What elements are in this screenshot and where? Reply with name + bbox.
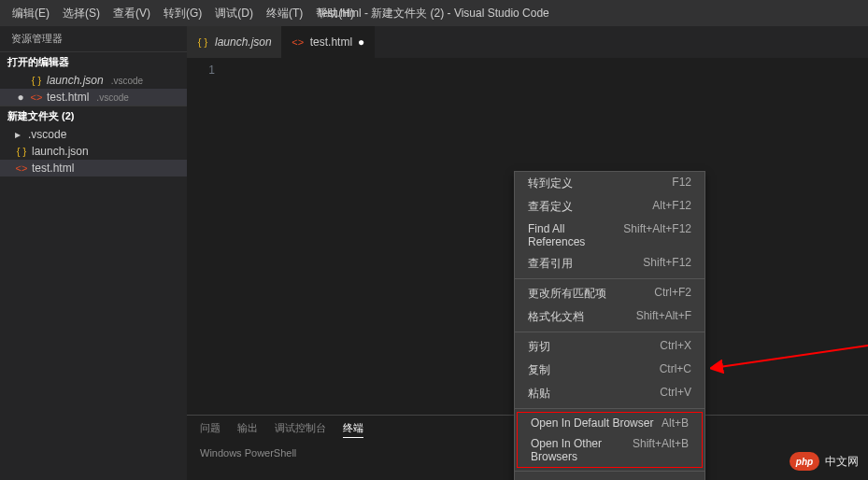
file-name: test.html [32,162,74,175]
ctx-label: 复制 [528,362,550,378]
highlight-annotation: Open In Default Browser Alt+B Open In Ot… [517,412,703,468]
open-editors-header[interactable]: 打开的编辑器 [0,51,187,72]
tab-label: test.html [310,35,352,49]
ctx-goto-definition[interactable]: 转到定义 F12 [515,172,704,195]
ctx-label: Find All References [528,222,623,248]
tree-file[interactable]: { } launch.json [0,143,187,160]
ctx-open-other-browsers[interactable]: Open In Other Browsers Shift+Alt+B [518,433,702,467]
ctx-label: Open In Other Browsers [531,437,633,463]
ctx-label: 查看定义 [528,199,573,215]
ctx-cut[interactable]: 剪切 Ctrl+X [515,335,704,359]
ctx-shortcut: Alt+B [662,416,689,430]
json-file-icon: { } [196,35,209,49]
tree-file[interactable]: <> test.html [0,160,187,176]
tab-label: launch.json [215,35,272,49]
ctx-shortcut: Alt+F12 [652,199,691,215]
file-hint: .vscode [111,76,143,86]
json-file-icon: { } [15,145,28,158]
ctx-label: 格式化文档 [528,309,584,325]
menu-items: 编辑(E) 选择(S) 查看(V) 转到(G) 调试(D) 终端(T) 帮助(H… [0,2,361,25]
ctx-command-palette[interactable]: 命令面板... Ctrl+Shift+P [515,474,704,480]
ctx-label: 剪切 [528,339,550,355]
tab-launch-json[interactable]: { } launch.json [187,26,282,58]
explorer-title: 资源管理器 [0,26,187,51]
menu-view[interactable]: 查看(V) [107,2,157,25]
dirty-icon: ● [358,35,364,49]
file-hint: .vscode [96,92,128,103]
ctx-label: 查看引用 [528,256,573,272]
menu-separator [515,471,704,472]
editor-tabs: { } launch.json <> test.html ● [187,26,868,58]
folder-name: .vscode [28,128,66,141]
file-name: test.html [47,91,89,104]
chevron-icon: ▸ [15,128,24,141]
html-file-icon: <> [30,91,43,104]
ctx-label: 转到定义 [528,176,573,191]
line-number: 1 [187,64,215,77]
ctx-shortcut: F12 [672,176,691,191]
ctx-shortcut: Ctrl+F2 [654,286,691,302]
folder-header[interactable]: 新建文件夹 (2) [0,106,187,126]
ctx-peek-definition[interactable]: 查看定义 Alt+F12 [515,195,704,219]
ctx-shortcut: Shift+Alt+B [633,437,689,463]
tab-test-html[interactable]: <> test.html ● [282,26,376,58]
ctx-shortcut: Shift+F12 [643,256,691,272]
panel-tab-problems[interactable]: 问题 [200,421,221,438]
ctx-label: 粘贴 [528,386,550,402]
menu-debug[interactable]: 调试(D) [208,2,260,25]
open-editor-item[interactable]: ● <> test.html .vscode [0,89,187,106]
tree-folder[interactable]: ▸ .vscode [0,126,187,143]
file-name: launch.json [47,74,104,87]
panel-tab-output[interactable]: 输出 [237,421,258,438]
ctx-change-all[interactable]: 更改所有匹配项 Ctrl+F2 [515,282,704,305]
file-name: launch.json [32,145,89,158]
menu-separator [515,408,704,409]
menu-separator [515,332,704,332]
ctx-paste[interactable]: 粘贴 Ctrl+V [515,382,704,405]
ctx-open-default-browser[interactable]: Open In Default Browser Alt+B [518,413,702,433]
menu-terminal[interactable]: 终端(T) [260,2,309,25]
context-menu: 转到定义 F12 查看定义 Alt+F12 Find All Reference… [514,171,705,480]
menu-edit[interactable]: 编辑(E) [6,2,56,25]
panel-tab-debug-console[interactable]: 调试控制台 [275,421,326,438]
watermark-text: 中文网 [825,454,859,470]
menu-go[interactable]: 转到(G) [157,2,208,25]
html-file-icon: <> [292,35,305,49]
ctx-shortcut: Ctrl+C [660,362,691,378]
open-editor-item[interactable]: { } launch.json .vscode [0,72,187,89]
menu-selection[interactable]: 选择(S) [56,2,107,25]
ctx-copy[interactable]: 复制 Ctrl+C [515,359,704,382]
ctx-shortcut: Shift+Alt+F [636,309,691,325]
ctx-shortcut: Ctrl+X [660,339,691,355]
php-logo-icon: php [790,452,819,471]
menu-bar: 编辑(E) 选择(S) 查看(V) 转到(G) 调试(D) 终端(T) 帮助(H… [0,0,868,26]
line-numbers: 1 [187,58,228,415]
window-title: test.html - 新建文件夹 (2) - Visual Studio Co… [319,6,549,21]
dirty-icon[interactable]: ● [15,91,26,104]
ctx-find-references[interactable]: Find All References Shift+Alt+F12 [515,219,704,252]
watermark: php 中文网 [790,452,859,471]
explorer-sidebar: 资源管理器 打开的编辑器 { } launch.json .vscode ● <… [0,26,187,480]
panel-tab-terminal[interactable]: 终端 [343,421,363,438]
menu-separator [515,278,704,279]
ctx-label: Open In Default Browser [531,416,653,430]
ctx-shortcut: Ctrl+V [660,386,691,402]
html-file-icon: <> [15,162,28,175]
editor-area: { } launch.json <> test.html ● 1 转到定义 F1… [187,26,868,480]
ctx-peek-references[interactable]: 查看引用 Shift+F12 [515,252,704,275]
ctx-shortcut: Shift+Alt+F12 [623,222,691,248]
ctx-label: 更改所有匹配项 [528,286,606,302]
ctx-format[interactable]: 格式化文档 Shift+Alt+F [515,305,704,329]
json-file-icon: { } [30,74,43,87]
